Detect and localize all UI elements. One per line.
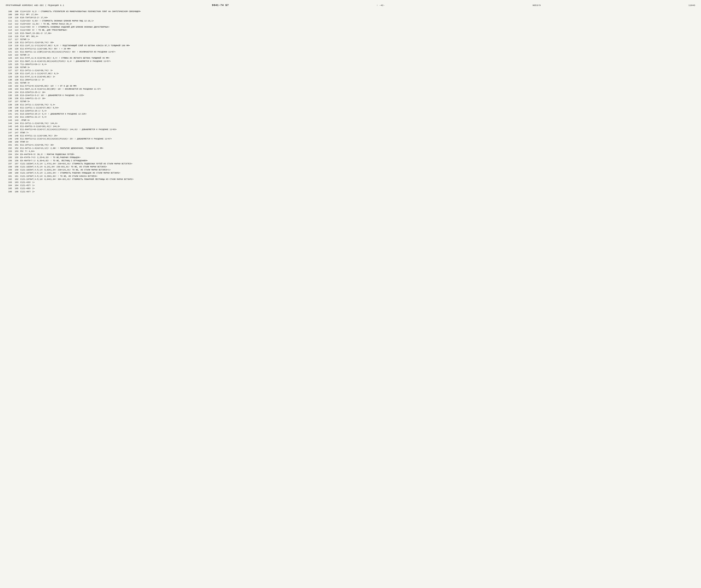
row-num1: 145 <box>6 125 13 128</box>
row-num1: 125 <box>6 63 13 66</box>
row-num2: 144 <box>13 122 20 125</box>
row-num2: 108 <box>13 10 20 13</box>
table-row: 108108С114=123! 0,2! ! СТОИМОСТЬ УТЕПЛИТ… <box>6 10 695 13</box>
header-right1: 9653/9 <box>532 4 541 7</box>
row-num2: 111 <box>13 20 20 22</box>
table-row: 154154Е9-44#Т9=6-5! 36,3! ! МОНТАЖ ПОДВЕ… <box>6 153 695 156</box>
row-num2: 130 <box>13 78 20 81</box>
row-text: С121-1976#Т,Ч.П,16! 0,04Х1,04! 384-8Х1,0… <box>20 178 695 181</box>
table-row: 115115Е15-70А#Т,15-201-2! 17,66• <box>6 32 695 35</box>
table-row: 155155Е9-47#Т9-7=2! 2,25+0,33! ! ТО ЖЕ,Р… <box>6 156 695 159</box>
row-text: Е11-11#Т,11-1=11(А2=27,68)! 6,9! ! ПОДСТ… <box>20 44 695 47</box>
row-num1: 128 <box>6 72 13 75</box>
row-num1: 108 <box>6 10 13 13</box>
row-num2: 115 <box>13 32 20 35</box>
row-num1: 123 <box>6 57 13 59</box>
row-num2: 118 <box>13 41 20 44</box>
row-text: Е11-140#Т11-21-2! 10• <box>20 97 695 100</box>
row-num2: 141 <box>13 113 20 116</box>
table-row: 135135Е13-224#Т13-5-2! 10! ! ДОБАВЛЯЕТСЯ… <box>6 94 695 97</box>
row-num1: 143 <box>6 119 13 122</box>
table-row: 149149Е11-68#Т11=11-2(А2=14,93)(А1Х16)(Р… <box>6 138 695 140</box>
row-text: С121-1825#Т,Ч.П,14! 0,1Х1,04! 239-8Х1,01… <box>20 166 695 168</box>
row-num2: 164 <box>13 184 20 187</box>
row-num2: 150 <box>13 141 20 144</box>
row-num2: 148 <box>13 135 20 137</box>
row-num1: 164 <box>6 184 13 187</box>
row-num2: 120 <box>13 47 20 50</box>
row-num2: 140 <box>13 110 20 113</box>
row-num2: 126 <box>13 66 20 69</box>
table-row: 130130Е11-205#Т11=28-1! 3• <box>6 78 695 81</box>
table-row: 122122П2ТИП 2• <box>6 54 695 56</box>
row-text: С121-433! 1• <box>20 181 695 184</box>
row-num2: 147 <box>13 132 20 134</box>
row-num1: 114 <box>6 29 13 32</box>
row-num1: 150 <box>6 141 13 144</box>
table-row: 144144Е11-2#Т11-1-2(А2=38,74)! 144,6• <box>6 122 695 125</box>
row-text: Е11-11#Т,11-1-11(А2=27,68)! 0,3• <box>20 72 695 75</box>
row-text: П2ТИП 3• <box>20 66 695 69</box>
row-num2: 146 <box>13 128 20 131</box>
row-text: С122=152! 6,63! ! СТОИМОСТЬ ОКОННЫХ БЛОК… <box>20 20 695 22</box>
table-row: 140140Е13-225#Т13-25-1! 5,4• <box>6 110 695 113</box>
row-text: Е9-47#Т9-7=2! 2,25+0,33! ! ТО ЖЕ,РАБОЧИХ… <box>20 156 695 159</box>
table-row: 160160С121-1979#Т,Ч.П,14! 2,13Х1,04! ! С… <box>6 172 695 175</box>
table-row: 143143.ПТИП 6• <box>6 119 695 122</box>
row-num1: 132 <box>6 85 13 87</box>
table-row: 157157С121-1829#Т,Ч.П,14! 1,47Х1,04! 239… <box>6 162 695 165</box>
table-row: 134134Е13-225#Т13-25-1! 10• <box>6 91 695 94</box>
row-num2: 152 <box>13 147 20 150</box>
row-num1: 111 <box>6 20 13 22</box>
row-num1: 159 <box>6 169 13 171</box>
row-text: Е11-11#Т11-1-11(А2=27,68)! 0,54• <box>20 107 695 110</box>
row-num2: 129 <box>13 75 20 78</box>
row-text: П2ТИП 4• <box>20 81 695 84</box>
row-text: С121-1979#Т,Ч.П,14! 0,29Х1,04! ! ТО ЖЕ, … <box>20 175 695 178</box>
row-num1: 129 <box>6 75 13 78</box>
row-num2: 138 <box>13 104 20 106</box>
table-row: 127127Е11-2#Т11-1-2(А2=38,74)! 3• <box>6 69 695 72</box>
table-row: 142142Е11-140#Т11-21-2! 5,4• <box>6 116 695 119</box>
table-row: 123123Е11-57#Т,11-8-3(А2=66,98)! 8,4! ! … <box>6 57 695 59</box>
row-num1: 124 <box>6 60 13 63</box>
row-num2: 151 <box>13 144 20 147</box>
table-row: 161161С121-1979#Т,Ч.П,14! 0,29Х1,04! ! Т… <box>6 175 695 178</box>
row-num2: 149 <box>13 138 20 140</box>
table-row: 114114С111=439! 9! ! ТО ЖЕ, ДЛЯ ТРЕХСТВО… <box>6 29 695 32</box>
table-row: 151151Е11-2#Т11=1-2(А2=38,74)! 36• <box>6 144 695 147</box>
row-num1: 146 <box>6 128 13 131</box>
table-row: 116116Р14! МР! 301,4• <box>6 35 695 38</box>
table-row: 147147ПТИП 7• <box>6 132 695 134</box>
row-num1: 127 <box>6 69 13 72</box>
table-row: 159159С121-1825#Т,Ч.П,14! 0,02Х1,04! 239… <box>6 169 695 171</box>
row-num2: 143 <box>13 119 20 122</box>
row-text: С121-1829#Т,Ч.П,14! 1,47Х1,04! 239+6Х1,0… <box>20 162 695 165</box>
row-num2: 121 <box>13 50 20 53</box>
row-text: Е11-205#Т11=28-1! 3• <box>20 78 695 81</box>
table-row: 132132Е11-57Т11=8-3(А2=65,88)! 10! ! + О… <box>6 85 695 87</box>
table-row: 110110Е10-73#Т10=13-2! 17,64• <box>6 16 695 19</box>
row-num1: 119 <box>6 44 13 47</box>
row-num2: 156 <box>13 159 20 162</box>
table-row: 145145Е11-83#Т31-3-1(А2=101,41)! 144,6• <box>6 125 695 128</box>
row-num2: 165 <box>13 187 20 190</box>
table-row: 164164С121-457! 1• <box>6 184 695 187</box>
row-num2: 142 <box>13 116 20 119</box>
page-header: ПРОГРАММНЫЙ КОМПЛЕКС АВС-ЗЕС ( РЕДАКЦИЯ … <box>6 4 695 7</box>
row-text: Р14! МР! 301,4• <box>20 35 695 38</box>
row-text: Е13-226#Т13-25-2! 5,4! ! ДОБАВЛЯЕТСЯ К Р… <box>20 113 695 116</box>
row-num1: 135 <box>6 94 13 97</box>
row-num1: 126 <box>6 66 13 69</box>
table-row: 163163С121-433! 1• <box>6 181 695 184</box>
table-row: 137137П2ТИП 5• <box>6 100 695 103</box>
row-num2: 128 <box>13 72 20 75</box>
row-num2: 122 <box>13 54 20 56</box>
row-num1: 148 <box>6 135 13 137</box>
header-doc-number: 9041-74 Б7 <box>212 4 229 7</box>
row-text: Е10-73#Т10=13-2! 17,64• <box>20 16 695 19</box>
row-num1: 137 <box>6 100 13 103</box>
row-text: Е11-2#Т11=1-2(А2=38,74)! 36• <box>20 144 695 147</box>
table-row: 148148Е11-67#Т11-11-1(А2=100,76)! 25• <box>6 135 695 137</box>
row-num1: 155 <box>6 156 13 159</box>
